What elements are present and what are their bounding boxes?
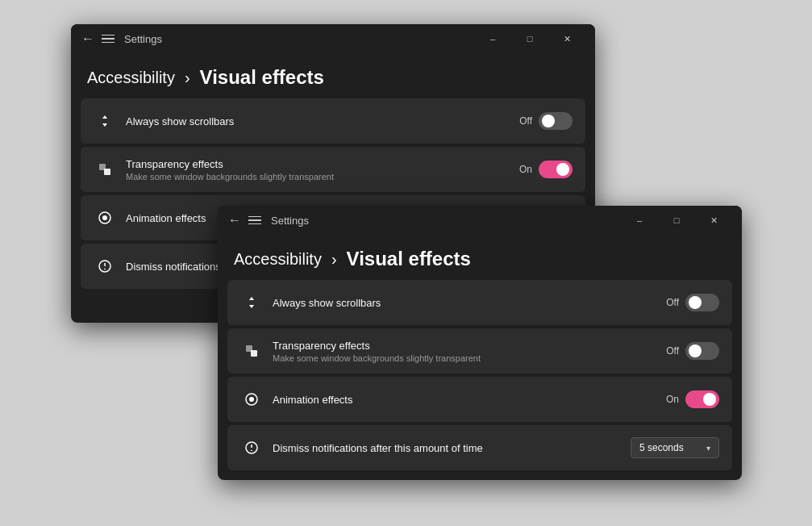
breadcrumb-current-front: Visual effects [347,248,471,270]
breadcrumb-separator-front: › [331,250,337,269]
dismiss-icon-front [240,436,263,459]
scrollbars-title-back: Always show scrollbars [126,115,519,127]
dropdown-arrow-icon-front: ▾ [706,444,710,453]
scrollbars-text-front: Always show scrollbars [273,297,666,309]
settings-list-front: Always show scrollbars Off Transparency … [218,280,742,470]
back-button-front[interactable]: ← [227,213,242,228]
breadcrumb-parent-front[interactable]: Accessibility [234,250,322,269]
row-transparency-back: Transparency effects Make some window ba… [81,147,585,192]
titlebar-front: ← Settings – □ ✕ [218,206,742,235]
close-button-back[interactable]: ✕ [548,26,585,52]
transparency-title-back: Transparency effects [126,158,519,170]
dismiss-title-front: Dismiss notifications after this amount … [273,442,631,454]
transparency-icon-back [94,158,116,181]
transparency-toggle-front[interactable] [685,342,719,360]
hamburger-menu-front[interactable] [248,216,261,225]
transparency-title-front: Transparency effects [273,340,666,352]
dismiss-dropdown-value-front: 5 seconds [639,442,684,453]
page-header-front: Accessibility › Visual effects [218,235,742,280]
row-scrollbars-front: Always show scrollbars Off [227,280,732,325]
animation-icon-back [94,207,116,229]
page-header-back: Accessibility › Visual effects [71,53,595,98]
svg-point-10 [249,397,254,402]
close-button-front[interactable]: ✕ [695,207,732,233]
transparency-text-back: Transparency effects Make some window ba… [126,158,519,182]
transparency-subtitle-front: Make some window backgrounds slightly tr… [273,353,666,363]
titlebar-controls-back: – □ ✕ [474,26,585,52]
minimize-button-front[interactable]: – [621,207,658,233]
scrollbars-toggle-label-front: Off [666,297,679,308]
scrollbars-title-front: Always show scrollbars [273,297,666,309]
window-front: ← Settings – □ ✕ Accessibility › Visual … [218,206,742,480]
transparency-control-back: On [519,161,573,178]
titlebar-title-front: Settings [271,215,309,227]
maximize-button-front[interactable]: □ [658,207,695,233]
scrollbars-control-front: Off [666,294,719,311]
animation-icon-front [240,388,263,411]
hamburger-menu-back[interactable] [102,35,115,44]
minimize-button-back[interactable]: – [474,26,511,52]
titlebar-back: ← Settings – □ ✕ [71,24,595,53]
titlebar-controls-front: – □ ✕ [621,207,732,233]
dismiss-icon-back [94,255,116,278]
scrollbars-text-back: Always show scrollbars [126,115,519,127]
titlebar-title-back: Settings [124,33,162,45]
svg-rect-1 [104,169,110,175]
animation-toggle-front[interactable] [685,390,719,408]
row-scrollbars-back: Always show scrollbars Off [81,98,585,144]
scrollbars-toggle-back[interactable] [539,112,573,130]
animation-text-front: Animation effects [273,394,666,406]
scrollbars-control-back: Off [519,112,573,130]
svg-point-3 [102,215,107,220]
dismiss-control-front: 5 seconds ▾ [631,437,719,458]
row-animation-front: Animation effects On [227,377,732,422]
maximize-button-back[interactable]: □ [511,26,548,52]
breadcrumb-separator-back: › [185,69,190,87]
scrollbars-icon-front [240,291,263,314]
scrollbars-toggle-label-back: Off [519,115,532,127]
transparency-toggle-label-back: On [519,164,532,175]
scrollbars-icon-back [94,110,116,132]
animation-control-front: On [666,390,719,408]
transparency-control-front: Off [666,342,719,360]
transparency-subtitle-back: Make some window backgrounds slightly tr… [126,172,519,182]
transparency-text-front: Transparency effects Make some window ba… [273,340,666,363]
svg-rect-8 [251,350,257,357]
breadcrumb-current-back: Visual effects [200,66,324,89]
transparency-toggle-label-front: Off [666,345,679,357]
back-button-back[interactable]: ← [81,31,95,46]
transparency-toggle-back[interactable] [539,161,573,178]
animation-toggle-label-front: On [666,394,679,405]
dismiss-dropdown-front[interactable]: 5 seconds ▾ [631,437,719,458]
scrollbars-toggle-front[interactable] [685,294,719,311]
animation-title-front: Animation effects [273,394,666,406]
transparency-icon-front [240,340,263,362]
row-dismiss-front: Dismiss notifications after this amount … [227,425,732,470]
breadcrumb-parent-back[interactable]: Accessibility [87,69,175,87]
row-transparency-front: Transparency effects Make some window ba… [227,328,732,374]
dismiss-text-front: Dismiss notifications after this amount … [273,442,631,454]
